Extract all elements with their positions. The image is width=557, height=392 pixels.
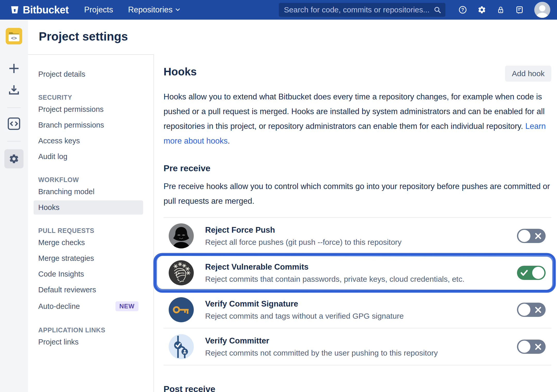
- toggle-reject-vulnerable-commits[interactable]: [517, 266, 546, 280]
- global-search[interactable]: [279, 3, 445, 17]
- commit-graph-avatar: [169, 334, 194, 359]
- help-icon[interactable]: ?: [458, 5, 467, 14]
- hook-row-reject-vulnerable-commits: Reject Vulnerable Commits Reject commits…: [164, 255, 551, 292]
- new-badge: NEW: [115, 301, 138, 311]
- nav-item-project-details[interactable]: Project details: [34, 67, 143, 81]
- nav-item-default-reviewers[interactable]: Default reviewers: [34, 283, 143, 297]
- nav-section-application-links: APPLICATION LINKS: [34, 324, 143, 335]
- bitbucket-logo[interactable]: Bitbucket: [10, 4, 69, 16]
- project-avatar[interactable]: <>: [6, 28, 22, 45]
- nav-item-project-links[interactable]: Project links: [34, 335, 143, 349]
- bitbucket-bucket-icon: [10, 5, 19, 14]
- code-icon[interactable]: [7, 117, 20, 130]
- hook-name: Verify Commit Signature: [205, 299, 404, 309]
- app-sidebar: <>: [0, 20, 28, 392]
- nav-item-auto-decline[interactable]: Auto-decline NEW: [34, 299, 143, 314]
- nav-item-hooks[interactable]: Hooks: [34, 200, 143, 215]
- toggle-reject-force-push[interactable]: [517, 229, 546, 243]
- medusa-avatar: [169, 260, 194, 285]
- toggle-verify-committer[interactable]: [517, 340, 546, 354]
- hook-description: Reject all force pushes (git push --forc…: [205, 238, 401, 247]
- toggle-knob: [518, 304, 530, 316]
- announcements-icon[interactable]: [515, 5, 524, 14]
- nav-item-access-keys[interactable]: Access keys: [34, 134, 143, 148]
- nav-item-branching-model[interactable]: Branching model: [34, 185, 143, 199]
- x-icon: [535, 307, 541, 313]
- toggle-knob: [518, 230, 530, 242]
- gear-icon[interactable]: [477, 5, 486, 14]
- post-receive-heading: Post receive: [164, 384, 551, 392]
- content-divider: [153, 54, 154, 392]
- gold-key-avatar: [169, 297, 194, 322]
- nav-item-project-permissions[interactable]: Project permissions: [34, 102, 143, 116]
- nav-section-pull-requests: PULL REQUESTS: [34, 224, 143, 236]
- hooks-heading: Hooks: [164, 66, 197, 78]
- check-icon: [520, 270, 528, 276]
- user-avatar[interactable]: [534, 2, 550, 18]
- top-navbar: Bitbucket Projects Repositories ?: [0, 0, 557, 20]
- toggle-knob: [532, 267, 544, 279]
- add-hook-button[interactable]: Add hook: [505, 66, 551, 82]
- pre-receive-heading: Pre receive: [164, 163, 551, 173]
- search-icon[interactable]: [434, 6, 441, 14]
- settings-nav-column: Project settings Project details SECURIT…: [28, 20, 153, 351]
- pre-receive-hooks-list: Reject Force Push Reject all force pushe…: [164, 217, 551, 365]
- hook-row-verify-committer: Verify Committer Reject commits not comm…: [164, 328, 551, 365]
- svg-text:?: ?: [461, 7, 464, 12]
- nav-projects[interactable]: Projects: [84, 5, 113, 14]
- hook-name: Verify Committer: [205, 336, 438, 346]
- settings-nav: Project details SECURITY Project permiss…: [28, 55, 153, 349]
- nav-section-security: SECURITY: [34, 91, 143, 102]
- hook-name: Reject Vulnerable Commits: [205, 262, 465, 272]
- create-icon[interactable]: [9, 63, 19, 74]
- nav-item-merge-checks[interactable]: Merge checks: [34, 236, 143, 250]
- darth-vader-avatar: [169, 223, 194, 248]
- hook-description: Reject commits that contain passwords, p…: [205, 275, 465, 284]
- rail-divider: [7, 107, 21, 108]
- nav-repositories[interactable]: Repositories: [128, 5, 180, 14]
- chevron-down-icon: [176, 9, 180, 11]
- x-icon: [535, 233, 541, 239]
- nav-item-audit-log[interactable]: Audit log: [34, 150, 143, 164]
- hooks-intro: Hooks allow you to extend what Bitbucket…: [164, 89, 551, 148]
- hook-description: Reject commits and tags without a verifi…: [205, 312, 404, 320]
- rail-divider: [7, 141, 21, 142]
- lock-icon[interactable]: [497, 6, 505, 14]
- toggle-verify-commit-signature[interactable]: [517, 303, 546, 317]
- toggle-knob: [518, 341, 530, 353]
- brand-name: Bitbucket: [23, 4, 69, 16]
- pre-receive-description: Pre receive hooks allow you to control w…: [164, 179, 551, 208]
- download-icon[interactable]: [8, 84, 20, 96]
- svg-text:<>: <>: [11, 35, 17, 41]
- nav-item-branch-permissions[interactable]: Branch permissions: [34, 118, 143, 132]
- page-title: Project settings: [39, 29, 153, 43]
- hook-row-reject-force-push: Reject Force Push Reject all force pushe…: [164, 218, 551, 255]
- x-icon: [535, 343, 541, 350]
- nav-item-code-insights[interactable]: Code Insights: [34, 267, 143, 281]
- settings-gear-icon[interactable]: [4, 149, 24, 168]
- nav-section-workflow: WORKFLOW: [34, 174, 143, 185]
- hook-name: Reject Force Push: [205, 225, 401, 235]
- search-input[interactable]: [284, 5, 434, 14]
- nav-item-merge-strategies[interactable]: Merge strategies: [34, 251, 143, 265]
- hook-row-verify-commit-signature: Verify Commit Signature Reject commits a…: [164, 292, 551, 328]
- hook-description: Reject commits not committed by the user…: [205, 349, 438, 357]
- hooks-settings-panel: Hooks Add hook Hooks allow you to extend…: [164, 20, 551, 392]
